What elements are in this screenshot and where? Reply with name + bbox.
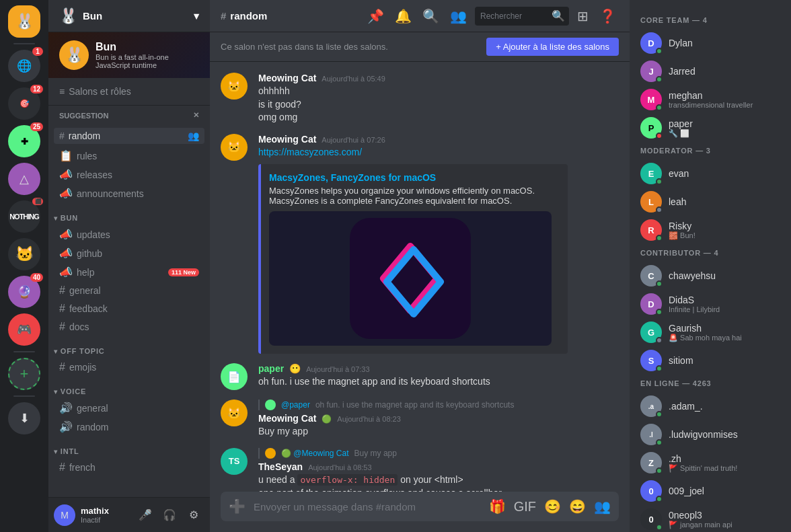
releases-icon: 📣 bbox=[59, 168, 73, 181]
chevron-down-icon: ▾ bbox=[194, 10, 199, 22]
server-icon-2[interactable]: 🎯 12 bbox=[8, 87, 40, 120]
server-icon-4[interactable]: △ bbox=[8, 163, 40, 195]
members-sidebar: CORE TEAM — 4 D Dylan J Jarred M meghan … bbox=[630, 0, 791, 532]
msg-link[interactable]: https://macsyzones.com/ bbox=[258, 147, 362, 157]
member-name: .zh bbox=[669, 453, 780, 464]
channel-releases[interactable]: 📣 releases bbox=[54, 165, 204, 184]
member-item[interactable]: 0 0neopl3 🚩 jangan main api bbox=[635, 506, 786, 532]
inbox-button[interactable]: 👥 bbox=[447, 5, 469, 27]
category-intl-header[interactable]: ▾ INTL bbox=[48, 436, 210, 458]
sticker-button[interactable]: 😊 bbox=[541, 496, 564, 517]
server-icon-bun[interactable]: 🐰 bbox=[8, 5, 40, 38]
pin-button[interactable]: 📌 bbox=[365, 5, 387, 27]
help-header-button[interactable]: ❓ bbox=[597, 5, 619, 27]
server-icon-5[interactable]: NOTHING ⬛ bbox=[8, 200, 40, 233]
updates-icon: 📣 bbox=[59, 228, 73, 241]
section-title-core: CORE TEAM — 4 bbox=[635, 16, 786, 24]
server-divider-2 bbox=[13, 351, 35, 352]
server-icon-3[interactable]: ✚ 25 bbox=[8, 125, 40, 157]
channel-feedback[interactable]: # feedback bbox=[54, 300, 204, 317]
member-item[interactable]: J Jarred bbox=[635, 58, 786, 85]
member-item[interactable]: S sitiom bbox=[635, 347, 786, 374]
channel-releases-label: releases bbox=[77, 169, 199, 180]
member-item[interactable]: P paper 🔧 ⬜ bbox=[635, 114, 786, 141]
server-icon-8[interactable]: 🎮 bbox=[8, 313, 40, 346]
member-avatar: P bbox=[640, 117, 662, 139]
activity-button[interactable]: 👥 bbox=[591, 496, 613, 517]
search-input[interactable] bbox=[480, 11, 548, 21]
member-avatar: J bbox=[640, 61, 662, 82]
channel-voice-random[interactable]: 🔊 random bbox=[54, 418, 204, 436]
server-icon-6[interactable]: 🐱 bbox=[8, 238, 40, 270]
member-item[interactable]: .l .ludwigvonmises bbox=[635, 421, 786, 448]
add-server-button[interactable]: + bbox=[8, 358, 40, 390]
channel-announcements-label: announcements bbox=[77, 188, 199, 199]
chat-header: # random 📌 🔔 🔍 👥 🔍 ⊞ ❓ bbox=[210, 0, 630, 32]
suggestion-channel[interactable]: # random 👥 bbox=[54, 128, 204, 144]
message-input[interactable] bbox=[254, 494, 481, 520]
layout-button[interactable]: ⊞ bbox=[574, 5, 591, 27]
reply-author: 🟢 @Meowing Cat bbox=[281, 449, 349, 458]
message-content: @paper oh fun. i use the magnet app and … bbox=[258, 400, 619, 439]
category-voice-header[interactable]: ▾ VOICE bbox=[48, 377, 210, 398]
gif-button[interactable]: GIF bbox=[511, 496, 539, 517]
channel-rules[interactable]: 📋 rules bbox=[54, 147, 204, 165]
member-item[interactable]: D Dylan bbox=[635, 30, 786, 56]
feedback-hash-icon: # bbox=[59, 303, 65, 315]
avatar: 🐱 bbox=[221, 134, 248, 161]
channel-announcements[interactable]: 📣 announcements bbox=[54, 184, 204, 202]
threads-button[interactable]: 🔍 bbox=[420, 5, 442, 27]
member-item[interactable]: R Risky 🧱 Bun! bbox=[635, 217, 786, 243]
member-item[interactable]: 0 009_joel bbox=[635, 478, 786, 504]
member-item[interactable]: .a .adam_. bbox=[635, 393, 786, 420]
deafen-button[interactable]: 🎧 bbox=[159, 504, 180, 526]
server-header[interactable]: 🐰 Bun ▾ bbox=[48, 0, 210, 32]
channel-general[interactable]: # general bbox=[54, 282, 204, 299]
channel-emojis[interactable]: # emojis bbox=[54, 358, 204, 376]
channel-french[interactable]: # french bbox=[54, 459, 204, 476]
emoji-button[interactable]: 😄 bbox=[566, 496, 589, 517]
channel-github[interactable]: 📣 github bbox=[54, 244, 204, 262]
msg-time: Aujourd'hui à 05:49 bbox=[322, 75, 385, 83]
msg-author: paper bbox=[258, 363, 284, 374]
input-actions: 🎁 GIF 😊 😄 👥 bbox=[486, 496, 613, 517]
member-item[interactable]: E evan bbox=[635, 160, 786, 187]
member-item[interactable]: M meghan transdimensional traveller bbox=[635, 86, 786, 113]
category-intl: ▾ INTL # french bbox=[48, 436, 210, 476]
server-icon-7[interactable]: 🔮 40 bbox=[8, 276, 40, 308]
section-title-online: EN LIGNE — 4263 bbox=[635, 379, 786, 387]
member-item[interactable]: G Gaurish 🚨 Sab moh maya hai bbox=[635, 319, 786, 346]
suggestion-close-icon[interactable]: ✕ bbox=[193, 111, 199, 120]
channel-docs[interactable]: # docs bbox=[54, 318, 204, 336]
member-item[interactable]: Z .zh 🚩 Spittin' mad truth! bbox=[635, 449, 786, 476]
member-name: meghan bbox=[669, 90, 780, 101]
embed-image bbox=[269, 211, 552, 346]
category-bun-header[interactable]: ▾ BUN bbox=[48, 203, 210, 225]
msg-author: TheSeyan bbox=[258, 461, 303, 472]
section-title-moderator: MODERATOR — 3 bbox=[635, 147, 786, 155]
member-avatar: C bbox=[640, 265, 662, 287]
category-voice: ▾ VOICE 🔊 general 🔊 random bbox=[48, 377, 210, 436]
download-icon[interactable]: ⬇ bbox=[8, 402, 40, 434]
message-group: 🐱 @paper oh fun. i use the magnet app an… bbox=[221, 400, 619, 439]
mute-button[interactable]: 🎤 bbox=[135, 504, 156, 526]
member-item[interactable]: C chawyehsu bbox=[635, 262, 786, 289]
member-item[interactable]: D DidaS Infinite | Lilybird bbox=[635, 291, 786, 317]
members-button[interactable]: 🔔 bbox=[392, 5, 414, 27]
add-to-list-button[interactable]: + Ajouter à la liste des salons bbox=[486, 38, 619, 56]
message-input-area: ➕ 🎁 GIF 😊 😄 👥 bbox=[210, 492, 630, 532]
channel-updates[interactable]: 📣 updates bbox=[54, 225, 204, 243]
gift-button[interactable]: 🎁 bbox=[486, 496, 509, 517]
msg-time: Aujourd'hui à 07:26 bbox=[322, 136, 385, 144]
settings-button[interactable]: ⚙ bbox=[183, 504, 204, 526]
salons-et-roles-link[interactable]: ≡ Salons et rôles bbox=[59, 83, 199, 100]
member-item[interactable]: L leah bbox=[635, 188, 786, 215]
server-icon-1[interactable]: 🌐 1 bbox=[8, 50, 40, 82]
category-offtopic-header[interactable]: ▾ OFF TOPIC bbox=[48, 336, 210, 358]
attach-button[interactable]: ➕ bbox=[226, 496, 248, 517]
header-actions: 📌 🔔 🔍 👥 🔍 ⊞ ❓ bbox=[365, 5, 619, 27]
channel-help-label: help bbox=[77, 267, 164, 278]
messages-area: 🐱 Meowing Cat Aujourd'hui à 05:49 ohhhhh… bbox=[210, 62, 630, 492]
channel-help[interactable]: 📣 help 111 New bbox=[54, 263, 204, 281]
channel-voice-general[interactable]: 🔊 general bbox=[54, 399, 204, 417]
